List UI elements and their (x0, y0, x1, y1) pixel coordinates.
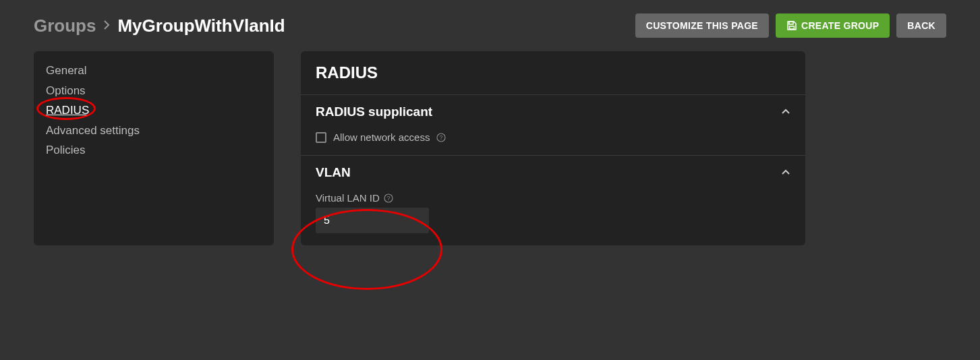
customize-label: CUSTOMIZE THIS PAGE (646, 20, 758, 31)
sidebar-item-policies[interactable]: Policies (46, 140, 262, 160)
create-label: CREATE GROUP (801, 20, 879, 31)
sidebar-item-general[interactable]: General (46, 61, 262, 81)
svg-rect-1 (789, 26, 794, 29)
svg-text:?: ? (440, 134, 443, 141)
breadcrumb-current: MyGroupWithVlanId (117, 16, 285, 36)
section-body-vlan: Virtual LAN ID ? (301, 189, 805, 245)
help-icon[interactable]: ? (384, 193, 393, 203)
chevron-up-icon (781, 169, 790, 176)
sidebar-item-options[interactable]: Options (46, 81, 262, 101)
create-group-button[interactable]: CREATE GROUP (776, 13, 890, 38)
svg-text:?: ? (386, 195, 390, 202)
breadcrumb-root[interactable]: Groups (34, 16, 96, 36)
action-buttons: CUSTOMIZE THIS PAGE CREATE GROUP BACK (635, 13, 946, 38)
section-body-supplicant: Allow network access ? (301, 129, 805, 155)
vlan-id-label: Virtual LAN ID (316, 192, 380, 204)
section-header-supplicant[interactable]: RADIUS supplicant (301, 95, 805, 129)
back-button[interactable]: BACK (896, 13, 946, 38)
chevron-up-icon (781, 109, 790, 115)
help-icon[interactable]: ? (436, 133, 446, 142)
customize-page-button[interactable]: CUSTOMIZE THIS PAGE (635, 13, 769, 38)
allow-network-access-label: Allow network access (333, 131, 430, 143)
main-panel: RADIUS RADIUS supplicant Allow network a… (301, 51, 805, 245)
sidebar-item-radius[interactable]: RADIUS (46, 100, 262, 121)
sidebar: General Options RADIUS Advanced settings… (34, 51, 274, 245)
sidebar-item-advanced-settings[interactable]: Advanced settings (46, 121, 262, 141)
breadcrumb: Groups MyGroupWithVlanId (34, 16, 285, 36)
svg-rect-0 (789, 22, 793, 24)
section-title-supplicant: RADIUS supplicant (316, 104, 432, 119)
save-icon (786, 20, 797, 31)
back-label: BACK (907, 20, 935, 31)
section-header-vlan[interactable]: VLAN (301, 156, 805, 189)
vlan-id-input[interactable] (316, 208, 429, 233)
allow-network-access-checkbox[interactable] (316, 132, 326, 143)
chevron-right-icon (103, 18, 111, 34)
panel-title: RADIUS (301, 51, 805, 95)
section-title-vlan: VLAN (316, 165, 351, 180)
